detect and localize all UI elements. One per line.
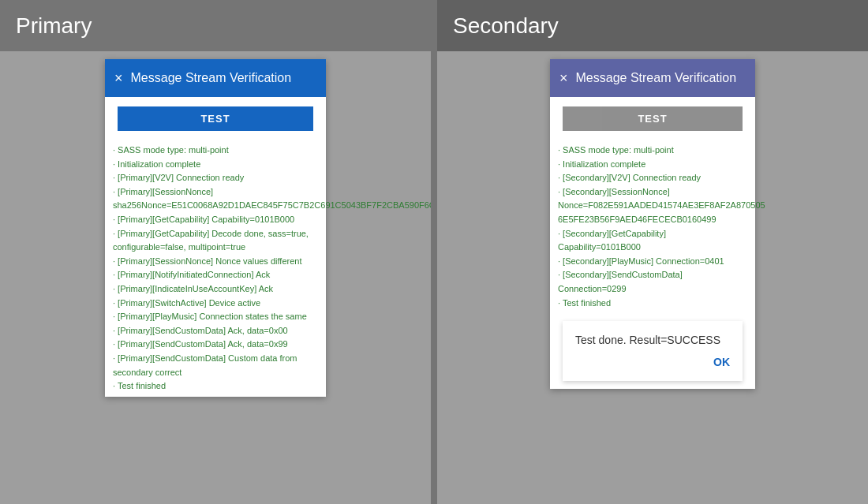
right-log-area: · SASS mode type: multi-point· Initializ…	[550, 140, 755, 313]
right-dialog: × Message Stream Verification TEST · SAS…	[550, 59, 755, 389]
alert-text: Test done. Result=SUCCESS	[575, 334, 730, 346]
right-panel-title: Secondary	[453, 13, 559, 39]
log-line: · [Secondary][PlayMusic] Connection=0401	[558, 255, 747, 269]
log-line: · [Primary][GetCapability] Capability=01…	[113, 213, 318, 227]
left-test-button[interactable]: TEST	[118, 106, 313, 131]
right-dialog-title: Message Stream Verification	[576, 71, 737, 85]
log-line: · [Secondary][GetCapability] Capability=…	[558, 227, 747, 255]
log-line: · [Secondary][SendCustomData] Connection…	[558, 268, 747, 296]
left-dialog-header: × Message Stream Verification	[105, 59, 326, 97]
log-line: · [Primary][V2V] Connection ready	[113, 171, 318, 185]
log-line: · [Primary][PlayMusic] Connection states…	[113, 310, 318, 324]
log-line: · [Primary][SendCustomData] Ack, data=0x…	[113, 324, 318, 338]
log-line: · SASS mode type: multi-point	[113, 144, 318, 158]
panel-divider	[431, 0, 437, 504]
log-line: · [Primary][SwitchActive] Device active	[113, 297, 318, 311]
log-line: · Test finished	[558, 297, 747, 311]
log-line: · [Secondary][SessionNonce] Nonce=F082E5…	[558, 185, 747, 227]
left-dialog-title: Message Stream Verification	[131, 71, 292, 85]
log-line: · [Primary][SessionNonce] Nonce values d…	[113, 255, 318, 269]
right-close-icon[interactable]: ×	[559, 71, 568, 85]
right-alert-dialog: Test done. Result=SUCCESS OK	[563, 321, 743, 381]
left-panel-label: Primary	[0, 0, 431, 51]
log-line: · SASS mode type: multi-point	[558, 144, 747, 158]
right-dialog-header: × Message Stream Verification	[550, 59, 755, 97]
right-test-button: TEST	[563, 106, 743, 131]
log-line: · Initialization complete	[113, 158, 318, 172]
log-line: · [Primary][SendCustomData] Custom data …	[113, 352, 318, 379]
log-line: · [Primary][IndicateInUseAccountKey] Ack	[113, 282, 318, 297]
left-panel-title: Primary	[16, 13, 92, 39]
log-line: · [Primary][SendCustomData] Ack, data=0x…	[113, 338, 318, 352]
alert-ok-button[interactable]: OK	[575, 356, 730, 368]
log-line: · [Secondary][V2V] Connection ready	[558, 171, 747, 185]
log-line: · Initialization complete	[558, 158, 747, 172]
log-line: · [Primary][NotifyInitiatedConnection] A…	[113, 268, 318, 282]
right-panel-label: Secondary	[437, 0, 868, 51]
right-panel: Secondary × Message Stream Verification …	[437, 0, 868, 504]
log-line: · [Primary][GetCapability] Decode done, …	[113, 227, 318, 255]
log-line: · Test finished	[113, 379, 318, 394]
log-line: · [Primary][SessionNonce] sha256Nonce=E5…	[113, 185, 318, 213]
left-panel: Primary × Message Stream Verification TE…	[0, 0, 431, 504]
left-dialog: × Message Stream Verification TEST · SAS…	[105, 59, 326, 397]
left-log-area: · SASS mode type: multi-point· Initializ…	[105, 140, 326, 397]
left-close-icon[interactable]: ×	[114, 71, 123, 85]
